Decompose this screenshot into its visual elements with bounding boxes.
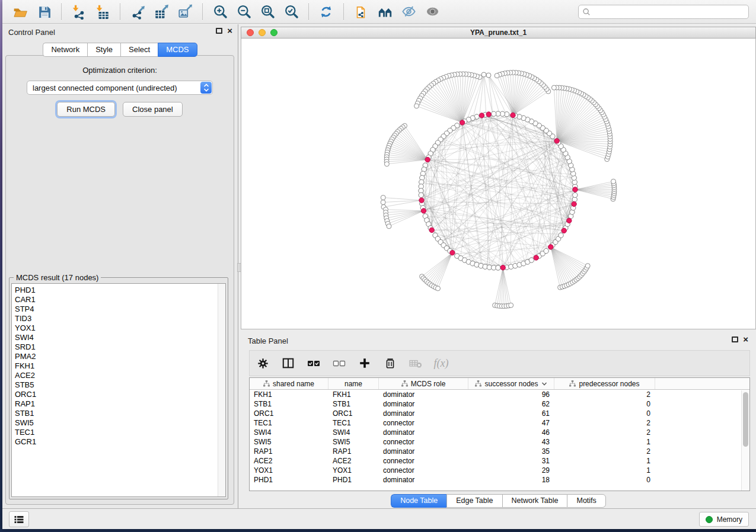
table-cell: dominator: [379, 390, 468, 399]
add-column-icon[interactable]: [357, 355, 372, 371]
mcds-result-list[interactable]: PHD1CAR1STP4TID3YOX1SWI4SRD1PMA2FKH1ACE2…: [11, 283, 226, 497]
mcds-result-item[interactable]: STP4: [12, 305, 225, 314]
export-network-icon[interactable]: [128, 3, 147, 21]
column-header-MCDS-role[interactable]: MCDS role: [379, 378, 468, 389]
optimization-criterion-select[interactable]: largest connected component (undirected): [27, 81, 213, 95]
table-cell: 35: [468, 447, 554, 456]
table-row[interactable]: SWI5SWI5connector431: [250, 437, 749, 447]
tab-network[interactable]: Network: [43, 43, 87, 57]
mcds-result-item[interactable]: GCR1: [12, 437, 225, 447]
cytoscape-window: Control Panel × NetworkStyleSelectMCDS O…: [2, 0, 756, 529]
mcds-result-item[interactable]: SWI5: [12, 418, 225, 428]
zoom-fit-icon[interactable]: [258, 3, 277, 21]
table-row[interactable]: SWI4SWI4dominator462: [250, 428, 749, 437]
save-session-icon[interactable]: [34, 3, 53, 21]
refresh-view-icon[interactable]: [317, 3, 336, 21]
table-scrollbar-thumb[interactable]: [743, 392, 748, 447]
tab-select[interactable]: Select: [120, 43, 158, 57]
network-canvas[interactable]: [241, 39, 756, 329]
control-panel-header[interactable]: Control Panel ×: [2, 24, 238, 40]
column-header-shared-name[interactable]: shared name: [250, 378, 328, 389]
network-window-titlebar[interactable]: YPA_prune.txt_1: [241, 27, 756, 39]
zoom-selected-icon[interactable]: [282, 3, 301, 21]
table-row[interactable]: TEC1TEC1connector472: [250, 418, 749, 428]
table-row[interactable]: RAP1RAP1dominator352: [250, 447, 749, 456]
mcds-result-item[interactable]: PMA2: [12, 352, 225, 361]
mcds-result-item[interactable]: ORC1: [12, 390, 225, 399]
export-image-icon[interactable]: [176, 3, 194, 21]
mcds-result-item[interactable]: PHD1: [12, 286, 225, 295]
close-panel-icon[interactable]: ×: [227, 28, 232, 34]
table-row[interactable]: STB1STB1dominator620: [250, 399, 749, 409]
run-mcds-button[interactable]: Run MCDS: [57, 102, 115, 117]
tab-network-table[interactable]: Network Table: [502, 494, 567, 508]
export-table-icon[interactable]: [152, 3, 171, 21]
hide-selected-icon[interactable]: [399, 3, 418, 21]
column-header-predecessor-nodes[interactable]: predecessor nodes: [554, 378, 655, 389]
mcds-result-item[interactable]: FKH1: [12, 361, 225, 371]
memory-button[interactable]: Memory: [699, 512, 749, 527]
tab-style[interactable]: Style: [87, 43, 120, 57]
table-cell: 96: [468, 390, 554, 399]
minimize-window-icon[interactable]: [259, 29, 266, 36]
mcds-result-item[interactable]: TID3: [12, 314, 225, 323]
table-cell: FKH1: [328, 390, 379, 399]
table-row[interactable]: PHD1PHD1dominator180: [250, 475, 749, 485]
table-cell: YOX1: [328, 466, 379, 475]
network-window-title: YPA_prune.txt_1: [241, 28, 755, 37]
table-scrollbar[interactable]: [741, 390, 749, 491]
mcds-result-item[interactable]: STB5: [12, 380, 225, 390]
table-row[interactable]: ACE2ACE2connector311: [250, 456, 749, 466]
mcds-result-item[interactable]: SRD1: [12, 342, 225, 352]
table-cell: RAP1: [328, 447, 379, 456]
tab-edge-table[interactable]: Edge Table: [446, 494, 502, 508]
table-row[interactable]: YOX1YOX1connector291: [250, 466, 749, 475]
float-table-panel-icon[interactable]: [732, 336, 738, 342]
zoom-in-icon[interactable]: [210, 3, 229, 21]
import-network-icon[interactable]: [69, 3, 88, 21]
show-all-icon[interactable]: [423, 3, 442, 21]
tab-node-table[interactable]: Node Table: [391, 494, 446, 508]
new-network-from-selection-icon[interactable]: [352, 3, 371, 21]
mcds-result-item[interactable]: SWI4: [12, 333, 225, 342]
float-panel-icon[interactable]: [216, 28, 222, 34]
mcds-result-item[interactable]: TEC1: [12, 428, 225, 437]
first-neighbors-icon[interactable]: [375, 3, 394, 21]
network-graph[interactable]: [241, 39, 755, 328]
mcds-result-item[interactable]: RAP1: [12, 399, 225, 409]
mcds-result-item[interactable]: STB1: [12, 409, 225, 418]
table-cell: TEC1: [328, 419, 379, 427]
table-cell: SWI5: [328, 438, 379, 446]
tab-mcds[interactable]: MCDS: [158, 43, 197, 57]
table-cell: 18: [468, 476, 554, 484]
delete-columns-icon[interactable]: [382, 355, 398, 371]
import-table-icon[interactable]: [93, 3, 112, 21]
task-history-button[interactable]: [9, 511, 29, 527]
tab-motifs[interactable]: Motifs: [567, 494, 605, 508]
open-file-icon[interactable]: [11, 3, 30, 21]
mcds-tab-content: Optimization criterion: largest connecte…: [5, 55, 234, 505]
mcds-result-title: MCDS result (17 nodes): [14, 273, 101, 282]
maximize-window-icon[interactable]: [270, 29, 277, 36]
table-panel-header[interactable]: Table Panel ×: [241, 334, 756, 348]
table-mode-gear-icon[interactable]: [255, 355, 270, 371]
table-row[interactable]: ORC1ORC1dominator610: [250, 409, 749, 418]
mcds-result-item[interactable]: YOX1: [12, 323, 225, 333]
column-header-successor-nodes[interactable]: successor nodes: [468, 378, 554, 389]
list-icon: [14, 514, 24, 525]
table-row[interactable]: FKH1FKH1dominator962: [250, 390, 749, 399]
close-window-icon[interactable]: [247, 29, 254, 36]
column-header-name[interactable]: name: [328, 378, 379, 389]
mcds-result-item[interactable]: CAR1: [12, 295, 225, 305]
deselect-all-icon[interactable]: [331, 355, 347, 371]
table-cell: dominator: [379, 476, 468, 484]
search-input[interactable]: [578, 5, 749, 19]
close-table-panel-icon[interactable]: ×: [743, 336, 748, 342]
close-panel-button[interactable]: Close panel: [123, 102, 183, 117]
select-all-icon[interactable]: [306, 355, 321, 371]
mcds-result-scrollbar[interactable]: [218, 284, 225, 496]
zoom-out-icon[interactable]: [234, 3, 253, 21]
mcds-result-item[interactable]: ACE2: [12, 371, 225, 380]
split-panel-icon[interactable]: [280, 355, 296, 371]
tree-icon: [401, 380, 408, 387]
